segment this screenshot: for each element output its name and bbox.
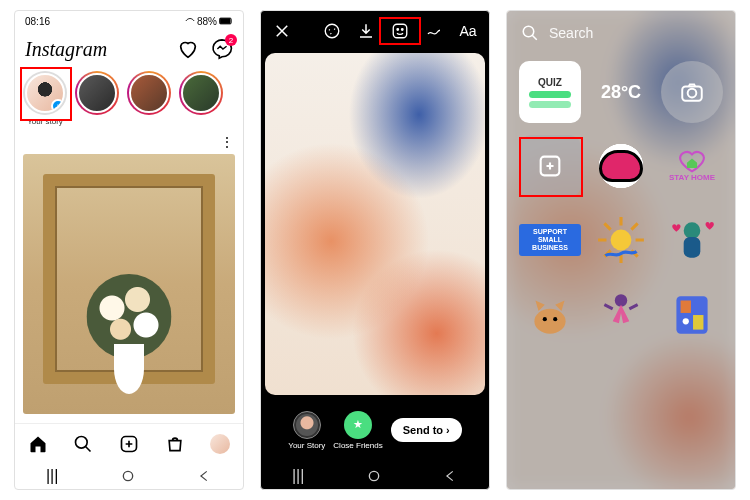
stories-tray[interactable]: + Your story xyxy=(15,67,243,132)
close-friends-star-icon xyxy=(344,411,372,439)
screen-instagram-home: 08:16 88% Instagram 2 + You xyxy=(14,10,244,490)
sticker-sun[interactable] xyxy=(590,209,652,271)
cat-icon xyxy=(524,288,576,340)
story-avatar xyxy=(129,73,169,113)
sticker-add-image[interactable] xyxy=(519,135,581,197)
heart-house-icon xyxy=(675,150,709,174)
sticker-abstract-face[interactable] xyxy=(661,283,723,345)
screen-story-editor: Aa Your Story Close Friends Send to › ||… xyxy=(260,10,490,490)
close-friends-chip-label: Close Friends xyxy=(333,441,382,450)
svg-rect-16 xyxy=(684,237,701,258)
svg-point-19 xyxy=(553,317,557,321)
story-avatar xyxy=(181,73,221,113)
your-story-avatar: + xyxy=(25,73,65,113)
draw-icon[interactable] xyxy=(423,20,445,42)
send-to-button[interactable]: Send to › xyxy=(391,418,462,442)
android-nav: ||| xyxy=(261,463,489,489)
sticker-grid[interactable]: QUIZ 28°C xyxy=(507,55,735,489)
sticker-jumping-person[interactable] xyxy=(590,283,652,345)
share-close-friends[interactable]: Close Friends xyxy=(333,411,382,450)
search-placeholder: Search xyxy=(549,25,593,41)
your-story-circle-icon xyxy=(293,411,321,439)
support-label: SUPPORT SMALL BUSINESS xyxy=(519,224,581,255)
svg-point-8 xyxy=(402,29,404,31)
dm-badge: 2 xyxy=(225,34,237,46)
shop-icon[interactable] xyxy=(164,433,186,455)
svg-point-24 xyxy=(683,318,689,324)
svg-point-10 xyxy=(523,26,534,37)
svg-point-7 xyxy=(397,29,399,31)
sticker-cat[interactable] xyxy=(519,283,581,345)
profile-avatar-mini xyxy=(210,434,230,454)
sticker-temperature[interactable]: 28°C xyxy=(590,61,652,123)
jumping-person-icon xyxy=(595,288,647,340)
profile-icon[interactable] xyxy=(209,433,231,455)
abstract-face-icon xyxy=(666,288,718,340)
sticker-support-small-business[interactable]: SUPPORT SMALL BUSINESS xyxy=(519,209,581,271)
home-icon[interactable] xyxy=(27,433,49,455)
add-image-icon xyxy=(536,152,564,180)
svg-point-17 xyxy=(534,309,565,334)
send-to-label: Send to xyxy=(403,424,443,436)
svg-point-2 xyxy=(76,436,88,448)
new-post-icon[interactable] xyxy=(118,433,140,455)
sticker-panel: Search QUIZ 28°C xyxy=(507,11,735,489)
person-hearts-icon xyxy=(666,214,718,266)
status-bar: 08:16 88% xyxy=(15,11,243,31)
status-battery: 88% xyxy=(197,16,217,27)
quiz-label: QUIZ xyxy=(538,77,562,88)
search-icon[interactable] xyxy=(72,433,94,455)
svg-point-14 xyxy=(611,230,632,251)
sticker-lips[interactable] xyxy=(590,135,652,197)
instagram-logo: Instagram xyxy=(25,38,107,61)
story-item[interactable] xyxy=(179,71,223,115)
temperature-label: 28°C xyxy=(601,82,641,103)
recent-apps-icon[interactable]: ||| xyxy=(46,467,58,485)
sun-icon xyxy=(595,214,647,266)
svg-rect-6 xyxy=(393,24,407,38)
story-canvas[interactable] xyxy=(265,53,485,395)
back-icon[interactable] xyxy=(198,469,212,483)
sticker-search[interactable]: Search xyxy=(507,11,735,55)
svg-rect-1 xyxy=(220,19,230,24)
sticker-person-hearts[interactable] xyxy=(661,209,723,271)
sticker-stay-home[interactable]: STAY HOME xyxy=(661,135,723,197)
svg-point-5 xyxy=(325,24,339,38)
back-icon[interactable] xyxy=(444,469,458,483)
story-item[interactable] xyxy=(127,71,171,115)
svg-rect-23 xyxy=(693,315,703,330)
story-share-row: Your Story Close Friends Send to › xyxy=(261,397,489,463)
text-tool-icon[interactable]: Aa xyxy=(457,20,479,42)
bottom-nav xyxy=(15,423,243,463)
svg-point-18 xyxy=(543,317,547,321)
post-more-icon[interactable]: ⋮ xyxy=(220,134,235,150)
post-header: ⋮ xyxy=(15,132,243,152)
download-icon[interactable] xyxy=(355,20,377,42)
messenger-icon[interactable]: 2 xyxy=(211,38,233,60)
sticker-camera[interactable] xyxy=(661,61,723,123)
feed-post-image[interactable] xyxy=(23,154,235,414)
svg-point-9 xyxy=(370,471,379,480)
close-icon[interactable] xyxy=(271,20,293,42)
recent-apps-icon[interactable]: ||| xyxy=(292,467,304,485)
activity-icon[interactable] xyxy=(177,38,199,60)
photo-vase xyxy=(114,344,144,394)
home-button-icon[interactable] xyxy=(366,468,382,484)
svg-point-4 xyxy=(124,471,133,480)
sticker-quiz[interactable]: QUIZ xyxy=(519,61,581,123)
android-nav: ||| xyxy=(15,463,243,489)
quiz-option-bar xyxy=(529,101,571,108)
search-icon xyxy=(521,24,539,42)
share-your-story[interactable]: Your Story xyxy=(288,411,325,450)
quiz-option-bar xyxy=(529,91,571,98)
sticker-icon[interactable] xyxy=(389,20,411,42)
story-item[interactable] xyxy=(75,71,119,115)
home-button-icon[interactable] xyxy=(120,468,136,484)
story-toolbar: Aa xyxy=(261,11,489,51)
screen-sticker-picker: Search QUIZ 28°C xyxy=(506,10,736,490)
svg-rect-22 xyxy=(681,300,691,312)
svg-point-15 xyxy=(684,222,701,239)
effects-icon[interactable] xyxy=(321,20,343,42)
your-story[interactable]: + Your story xyxy=(23,71,67,126)
status-time: 08:16 xyxy=(25,16,50,27)
